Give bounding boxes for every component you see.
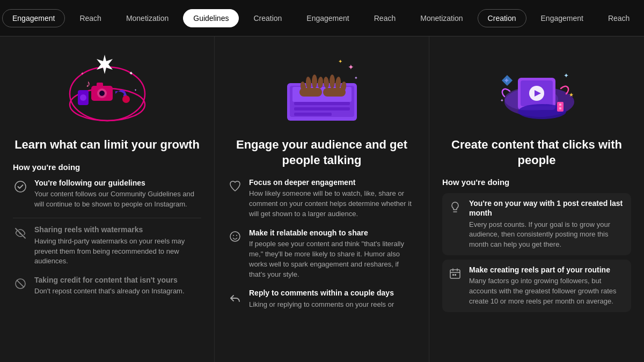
svg-point-12 — [122, 95, 130, 103]
guidelines-title: Learn what can limit your growth — [13, 137, 201, 153]
tab-engagement-1[interactable]: Engagement — [2, 9, 65, 27]
engagement-item-2: Make it relatable enough to share If peo… — [228, 228, 416, 280]
guidelines-illustration: ♪ ✦ ✦ ✦ — [13, 43, 201, 129]
svg-point-38 — [236, 235, 237, 236]
svg-rect-21 — [294, 113, 332, 116]
guidelines-item-1-desc: Your content follows our Community Guide… — [34, 189, 201, 210]
engagement-item-1: Focus on deeper engagement How likely so… — [228, 178, 416, 219]
creation-item-2-title: Make creating reels part of your routine — [469, 265, 626, 275]
creation-illustration: ✦ ✦ ★ ✦ — [442, 43, 631, 129]
tab-engagement-2[interactable]: Engagement — [296, 9, 359, 27]
tab-reach-3[interactable]: Reach — [598, 9, 640, 27]
calendar-icon — [448, 266, 463, 281]
creation-title: Create content that clicks with people — [442, 137, 631, 168]
svg-point-29 — [330, 75, 335, 88]
engagement-item-3-title: Reply to comments within a couple days — [249, 288, 394, 298]
svg-rect-19 — [294, 102, 350, 105]
svg-point-14 — [80, 94, 86, 101]
svg-point-25 — [312, 75, 317, 88]
tab-creation-2[interactable]: Creation — [478, 9, 526, 27]
tab-bar: Engagement Reach Monetization Guidelines… — [0, 0, 644, 36]
tab-engagement-3[interactable]: Engagement — [531, 9, 594, 27]
svg-point-5 — [99, 91, 105, 96]
svg-marker-2 — [97, 55, 113, 74]
svg-rect-57 — [455, 274, 456, 276]
guidelines-item-2-desc: Having third-party watermarks on your re… — [34, 237, 201, 267]
svg-text:✦: ✦ — [338, 58, 342, 64]
engagement-item-1-desc: How likely someone will be to watch, lik… — [249, 189, 416, 219]
lightbulb-icon — [448, 200, 463, 215]
engagement-item-1-title: Focus on deeper engagement — [249, 178, 416, 187]
svg-text:♪: ♪ — [86, 78, 91, 89]
creation-item-1-title: You're on your way with 1 post created l… — [469, 198, 626, 218]
svg-rect-27 — [299, 88, 322, 97]
guidelines-item-3-desc: Don't repost content that's already on I… — [34, 286, 185, 297]
engagement-item-2-title: Make it relatable enough to share — [249, 228, 416, 238]
creation-column: ✦ ✦ ★ ✦ Create content that clicks with … — [429, 36, 644, 362]
svg-text:✦: ✦ — [500, 98, 504, 103]
slash-circle-icon — [13, 276, 28, 291]
svg-text:✦: ✦ — [348, 63, 354, 71]
main-content: ♪ ✦ ✦ ✦ Learn what can limit your growth… — [0, 36, 644, 362]
guidelines-item-1-title: You're following our guidelines — [34, 178, 201, 188]
tab-reach-1[interactable]: Reach — [69, 9, 111, 27]
guidelines-column: ♪ ✦ ✦ ✦ Learn what can limit your growth… — [0, 36, 215, 362]
svg-rect-6 — [97, 83, 103, 87]
creation-item-2-desc: Many factors go into growing followers, … — [469, 276, 626, 307]
creation-item-1-desc: Every post counts. If your goal is to gr… — [469, 220, 626, 250]
engagement-item-2-desc: If people see your content and think "th… — [249, 239, 416, 279]
svg-rect-20 — [294, 107, 350, 110]
svg-rect-51 — [559, 104, 561, 106]
svg-point-37 — [233, 235, 234, 236]
svg-point-15 — [15, 181, 26, 192]
svg-text:✦: ✦ — [354, 76, 358, 80]
svg-text:✦: ✦ — [564, 72, 569, 79]
tab-creation-1[interactable]: Creation — [243, 9, 292, 27]
svg-text:★: ★ — [569, 92, 574, 98]
guidelines-item-2-title: Sharing reels with watermarks — [34, 225, 201, 234]
guidelines-item-3: Taking credit for content that isn't you… — [13, 275, 201, 297]
reply-icon — [228, 289, 243, 304]
guidelines-section-label: How you're doing — [13, 162, 201, 172]
heart-icon — [228, 179, 243, 194]
tab-reach-2[interactable]: Reach — [364, 9, 406, 27]
guidelines-item-2: Sharing reels with watermarks Having thi… — [13, 225, 201, 267]
svg-rect-56 — [452, 274, 454, 276]
svg-rect-32 — [323, 88, 346, 97]
engagement-title: Engage your audience and get people talk… — [228, 137, 416, 168]
tab-monetization-2[interactable]: Monetization — [410, 9, 473, 27]
engagement-illustration: ✦ ✦ ✦ — [228, 43, 416, 129]
creation-section-label: How you're doing — [442, 178, 631, 187]
svg-text:✦: ✦ — [134, 88, 137, 92]
creation-item-1: You're on your way with 1 post created l… — [442, 193, 631, 255]
engagement-item-3: Reply to comments within a couple days L… — [228, 288, 416, 309]
guidelines-item-1: You're following our guidelines Your con… — [13, 178, 201, 210]
svg-rect-52 — [559, 107, 561, 109]
tab-guidelines[interactable]: Guidelines — [183, 9, 239, 27]
slash-eye-icon — [13, 226, 28, 241]
face-smile-icon — [228, 229, 243, 244]
svg-text:✦: ✦ — [80, 71, 84, 76]
engagement-column: ✦ ✦ ✦ Engage your audience and get peopl… — [215, 36, 429, 362]
svg-rect-50 — [557, 102, 564, 112]
guidelines-item-3-title: Taking credit for content that isn't you… — [34, 275, 185, 285]
engagement-item-3-desc: Liking or replying to comments on your r… — [249, 300, 394, 310]
creation-item-2: Make creating reels part of your routine… — [442, 260, 631, 312]
svg-text:✦: ✦ — [129, 70, 133, 76]
check-circle-icon — [13, 179, 28, 194]
tab-monetization-1[interactable]: Monetization — [116, 9, 179, 27]
